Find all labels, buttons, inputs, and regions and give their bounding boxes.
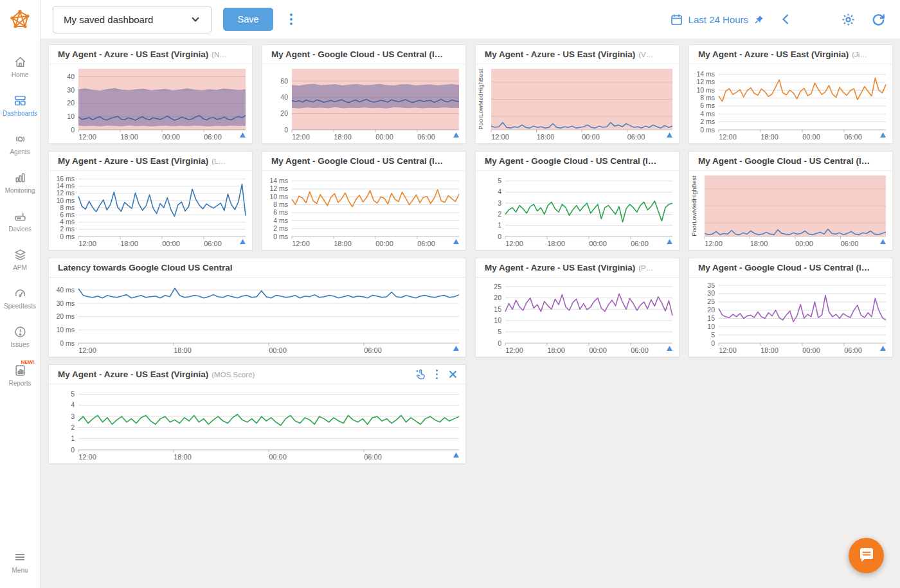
chart-plot[interactable]: 01020304012:0018:0000:0006:00 xyxy=(49,64,252,143)
dashboard-content: My Agent - Azure - US East (Virginia)(N…… xyxy=(40,39,900,588)
chart-plot[interactable]: 0 ms2 ms4 ms6 ms8 ms10 ms12 ms14 ms12:00… xyxy=(262,171,465,250)
calendar-icon xyxy=(670,13,683,26)
chart-plot[interactable]: 0510152025303512:0018:0000:0006:00 xyxy=(689,278,892,357)
svg-text:1: 1 xyxy=(498,221,501,229)
chart-corner-handle[interactable] xyxy=(880,132,886,138)
sidebar-item-devices[interactable]: Devices xyxy=(0,202,40,240)
chart-plot[interactable]: 051015202512:0018:0000:0006:00 xyxy=(476,278,679,357)
sidebar-item-speedtests[interactable]: Speedtests xyxy=(0,279,40,317)
chart-corner-handle[interactable] xyxy=(667,239,672,244)
collapse-panel-chevron[interactable] xyxy=(780,13,791,25)
svg-text:00:00: 00:00 xyxy=(802,346,820,354)
chart-corner-handle[interactable] xyxy=(880,346,886,351)
svg-text:12:00: 12:00 xyxy=(491,133,509,141)
svg-text:6 ms: 6 ms xyxy=(60,211,75,218)
svg-text:00:00: 00:00 xyxy=(269,453,287,461)
chart-plot[interactable]: 0 ms2 ms4 ms6 ms8 ms10 ms12 ms14 ms16 ms… xyxy=(49,171,252,250)
svg-text:5: 5 xyxy=(498,328,501,335)
svg-text:0: 0 xyxy=(498,339,501,347)
svg-text:0: 0 xyxy=(71,446,75,454)
dashboards-icon xyxy=(14,94,27,108)
chart-corner-handle[interactable] xyxy=(240,132,246,138)
chart-corner-handle[interactable] xyxy=(667,132,672,138)
close-chart-icon[interactable] xyxy=(448,370,458,379)
pin-icon[interactable] xyxy=(754,15,764,24)
sidebar-item-label: Monitoring xyxy=(5,187,35,194)
chart-plot[interactable]: 0 ms2 ms4 ms6 ms8 ms10 ms12 ms14 ms12:00… xyxy=(689,64,892,143)
chart-title: My Agent - Google Cloud - US Central (I… xyxy=(271,49,443,59)
svg-text:0: 0 xyxy=(498,233,501,240)
svg-text:0: 0 xyxy=(284,126,288,134)
refresh-icon[interactable] xyxy=(871,12,886,27)
sidebar-item-agents[interactable]: Agents xyxy=(0,125,40,163)
sidebar-item-monitoring[interactable]: Monitoring xyxy=(0,163,40,202)
dashboard-selector[interactable]: My saved dashboard xyxy=(53,6,212,33)
chart-title: My Agent - Google Cloud - US Central (I… xyxy=(485,156,656,166)
sidebar-item-issues[interactable]: Issues xyxy=(0,317,40,356)
chart-title: My Agent - Google Cloud - US Central (I… xyxy=(271,156,443,166)
app-logo[interactable] xyxy=(0,0,40,39)
settings-gear-icon[interactable] xyxy=(841,12,856,27)
chart-corner-handle[interactable] xyxy=(453,239,459,244)
chart-card-header: My Agent - Google Cloud - US Central (I… xyxy=(262,152,465,171)
chart-corner-handle[interactable] xyxy=(453,452,459,458)
svg-text:30: 30 xyxy=(707,289,715,297)
chart-title: My Agent - Azure - US East (Virginia) xyxy=(485,49,635,59)
chart-plot[interactable]: 0 ms10 ms20 ms30 ms40 ms12:0018:0000:000… xyxy=(49,278,465,357)
svg-text:10: 10 xyxy=(67,112,75,120)
chart-plot[interactable]: 01234512:0018:0000:0006:00 xyxy=(476,171,679,250)
svg-text:6 ms: 6 ms xyxy=(273,208,288,216)
drag-chart-icon[interactable] xyxy=(415,369,426,380)
chart-options-kebab[interactable] xyxy=(436,370,438,380)
sidebar-item-apm[interactable]: APM xyxy=(0,240,40,279)
sidebar-item-menu[interactable]: Menu xyxy=(0,543,40,582)
save-button[interactable]: Save xyxy=(223,8,273,31)
chart-plot[interactable]: 020406012:0018:0000:0006:00 xyxy=(262,64,465,143)
chart-card-header: My Agent - Azure - US East (Virginia)(N… xyxy=(49,45,252,64)
svg-text:PoorLowMedHighBest: PoorLowMedHighBest xyxy=(477,69,484,130)
chart-title: My Agent - Azure - US East (Virginia) xyxy=(485,263,635,272)
svg-text:12:00: 12:00 xyxy=(719,133,737,141)
svg-text:12:00: 12:00 xyxy=(505,240,523,247)
main-area: My saved dashboard Save Last 24 Hours xyxy=(40,0,900,588)
dashboard-options-kebab[interactable] xyxy=(287,11,295,28)
svg-text:18:00: 18:00 xyxy=(334,240,352,247)
svg-text:18:00: 18:00 xyxy=(760,346,779,354)
svg-text:10: 10 xyxy=(494,316,501,324)
svg-text:18:00: 18:00 xyxy=(174,453,192,461)
svg-text:10 ms: 10 ms xyxy=(269,193,288,200)
chart-plot[interactable]: PoorLowMedHighBest12:0018:0000:0006:00 xyxy=(476,64,679,143)
svg-text:10 ms: 10 ms xyxy=(696,86,715,94)
chart-card: Latency towards Google Cloud US Central0… xyxy=(48,258,466,357)
svg-text:00:00: 00:00 xyxy=(162,133,180,141)
chart-card: My Agent - Google Cloud - US Central (I…… xyxy=(688,258,893,357)
svg-text:0 ms: 0 ms xyxy=(60,339,75,347)
sidebar-item-label: Reports xyxy=(8,380,31,387)
chart-corner-handle[interactable] xyxy=(453,346,459,351)
sidebar-item-reports[interactable]: NEW!Reports xyxy=(0,356,40,395)
chart-corner-handle[interactable] xyxy=(453,132,459,138)
chart-title-suffix: (MOS Score) xyxy=(212,371,255,379)
chart-corner-handle[interactable] xyxy=(667,346,672,351)
chevron-down-icon xyxy=(190,14,201,24)
sidebar-item-dashboards[interactable]: Dashboards xyxy=(0,86,40,125)
chart-plot[interactable]: PoorLowMedHighBest12:0018:0000:0006:00 xyxy=(689,171,892,250)
chat-launcher-button[interactable] xyxy=(849,538,884,573)
svg-text:16 ms: 16 ms xyxy=(56,175,75,183)
chart-card: My Agent - Azure - US East (Virginia)(Ji… xyxy=(688,44,893,144)
speedtests-icon xyxy=(14,287,27,301)
chart-corner-handle[interactable] xyxy=(880,239,886,244)
svg-text:40: 40 xyxy=(280,93,288,101)
svg-text:2 ms: 2 ms xyxy=(273,224,288,232)
chart-card-header: My Agent - Azure - US East (Virginia)(P… xyxy=(476,258,679,278)
devices-icon xyxy=(14,209,27,224)
chart-plot[interactable]: 01234512:0018:0000:0006:00 xyxy=(49,384,465,463)
time-range-selector[interactable]: Last 24 Hours xyxy=(670,13,764,26)
sidebar-item-home[interactable]: Home xyxy=(0,48,40,86)
chart-card-header: My Agent - Azure - US East (Virginia)(V… xyxy=(476,45,679,64)
svg-text:12:00: 12:00 xyxy=(292,133,310,141)
svg-text:PoorLowMedHighBest: PoorLowMedHighBest xyxy=(690,175,698,236)
chart-corner-handle[interactable] xyxy=(240,239,246,244)
home-icon xyxy=(14,55,27,69)
issues-icon xyxy=(14,325,27,339)
